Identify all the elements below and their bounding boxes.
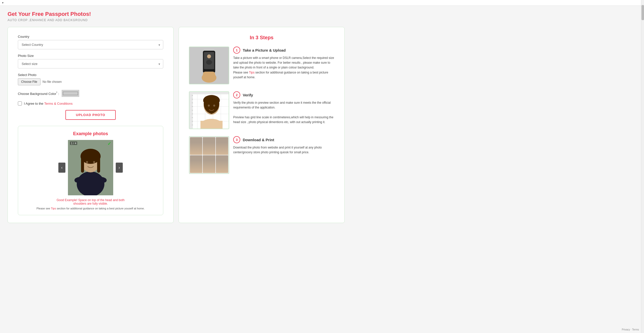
bg-color-label: Choose Background Color* :	[18, 91, 59, 96]
carousel-wrapper: ‹ 1 / 4 ✓	[23, 140, 158, 195]
carousel-next-button[interactable]: ›	[116, 163, 123, 173]
example-person-svg	[68, 140, 113, 195]
svg-point-7	[93, 161, 95, 163]
terms-link[interactable]: Terms & Conditions	[44, 102, 73, 105]
page-wrapper: Get Your Free Passport Photos! AUTO CROP…	[0, 6, 352, 233]
example-tips-link[interactable]: Tips	[51, 207, 56, 210]
step-1-row: 1 Take a Picture & Upload Take a picture…	[189, 47, 334, 84]
svg-rect-4	[81, 158, 84, 173]
svg-point-37	[208, 105, 210, 107]
select-photo-label: Select Photo	[18, 73, 163, 77]
step-1-heading: Take a Picture & Upload	[243, 48, 286, 52]
passport-cell-3	[216, 137, 228, 155]
top-bar-chevron-icon[interactable]: ▾	[2, 1, 4, 5]
passport-cell-4	[190, 155, 202, 173]
step-2-row: 2 Verify Verify the photo in preview sec…	[189, 91, 334, 129]
photo-size-select-wrapper: Select size 2x2 inch (51x51mm) 35x45mm 4…	[18, 59, 163, 68]
step-3-row: 3 Download & Print Download the photo fr…	[189, 136, 334, 174]
passport-cell-2	[203, 137, 215, 155]
carousel-image	[68, 140, 113, 195]
main-grid: Country Select Country United States Uni…	[8, 27, 345, 223]
step-1-text: Take a picture with a smart phone or DSL…	[233, 56, 334, 80]
upload-photo-button[interactable]: UPLOAD PHOTO	[65, 110, 116, 120]
step-3-content: 3 Download & Print Download the photo fr…	[233, 136, 334, 155]
terms-text: I Agree to the Terms & Conditions	[24, 102, 72, 105]
passport-cell-1	[190, 137, 202, 155]
carousel-counter: 1 / 4	[70, 141, 77, 145]
svg-point-12	[206, 60, 212, 65]
page-subtitle: AUTO CROP ,ENHANCE AND ADD BACKGROUND	[8, 18, 345, 22]
terms-row: I Agree to the Terms & Conditions	[18, 101, 163, 105]
example-caption: Good Example! Space on top of the head a…	[23, 198, 158, 205]
scrollbar-thumb[interactable]	[641, 5, 644, 20]
country-select[interactable]: Select Country United States United King…	[18, 40, 163, 49]
step-2-svg	[189, 91, 229, 129]
example-tip: Please see Tips section for additional g…	[23, 207, 158, 210]
step-1-svg	[189, 47, 229, 84]
example-photos-card: Example photos ‹ 1 / 4 ✓	[18, 126, 163, 215]
country-select-wrapper: Select Country United States United King…	[18, 40, 163, 49]
carousel-image-container: 1 / 4 ✓	[68, 140, 113, 195]
step-1-tips-link[interactable]: Tips	[249, 71, 255, 74]
no-file-text: No file chosen	[43, 80, 62, 84]
example-photos-title: Example photos	[23, 131, 158, 136]
step-3-text: Download the photo from website and prin…	[233, 145, 334, 155]
step-1-header: 1 Take a Picture & Upload	[233, 47, 334, 54]
top-bar: ▾	[0, 0, 644, 6]
step-2-header: 2 Verify	[233, 91, 334, 98]
step-2-badge: 2	[233, 91, 240, 98]
step-3-badge: 3	[233, 136, 240, 143]
bg-color-group: Choose Background Color* :	[18, 90, 163, 97]
step-3-image	[189, 136, 229, 174]
photo-size-select[interactable]: Select size 2x2 inch (51x51mm) 35x45mm 4…	[18, 59, 163, 68]
steps-title: In 3 Steps	[189, 35, 334, 41]
bg-color-picker[interactable]	[62, 90, 79, 97]
step-3-header: 3 Download & Print	[233, 136, 334, 143]
svg-point-6	[86, 161, 88, 163]
step-1-image	[189, 47, 229, 84]
terms-checkbox[interactable]	[18, 101, 22, 105]
step-2-content: 2 Verify Verify the photo in preview sec…	[233, 91, 334, 125]
step-1-badge: 1	[233, 47, 240, 54]
step-3-heading: Download & Print	[243, 138, 274, 142]
svg-rect-34	[189, 92, 229, 94]
carousel-checkmark-icon: ✓	[107, 141, 111, 146]
passport-cell-5	[203, 155, 215, 173]
photo-size-group: Photo Size Select size 2x2 inch (51x51mm…	[18, 54, 163, 68]
page-title: Get Your Free Passport Photos!	[8, 11, 345, 17]
svg-rect-40	[200, 121, 223, 129]
right-card: In 3 Steps	[179, 27, 345, 223]
photo-size-label: Photo Size	[18, 54, 163, 58]
step-2-text: Verify the photo in preview section and …	[233, 100, 334, 125]
carousel-prev-button[interactable]: ‹	[58, 163, 65, 173]
scrollbar[interactable]	[641, 0, 644, 233]
country-label: Country	[18, 35, 163, 39]
step-2-image	[189, 91, 229, 129]
select-photo-group: Select Photo Choose File No file chosen	[18, 73, 163, 85]
step-2-heading: Verify	[243, 93, 253, 97]
svg-point-11	[207, 54, 211, 58]
left-card: Country Select Country United States Uni…	[8, 27, 174, 223]
passport-grid	[189, 137, 229, 173]
svg-rect-14	[203, 71, 215, 79]
step-1-content: 1 Take a Picture & Upload Take a picture…	[233, 47, 334, 80]
passport-cell-6	[216, 155, 228, 173]
choose-file-button[interactable]: Choose File	[18, 78, 41, 85]
svg-point-38	[213, 105, 215, 107]
svg-rect-5	[97, 158, 100, 173]
file-input-row: Choose File No file chosen	[18, 78, 163, 85]
country-group: Country Select Country United States Uni…	[18, 35, 163, 49]
